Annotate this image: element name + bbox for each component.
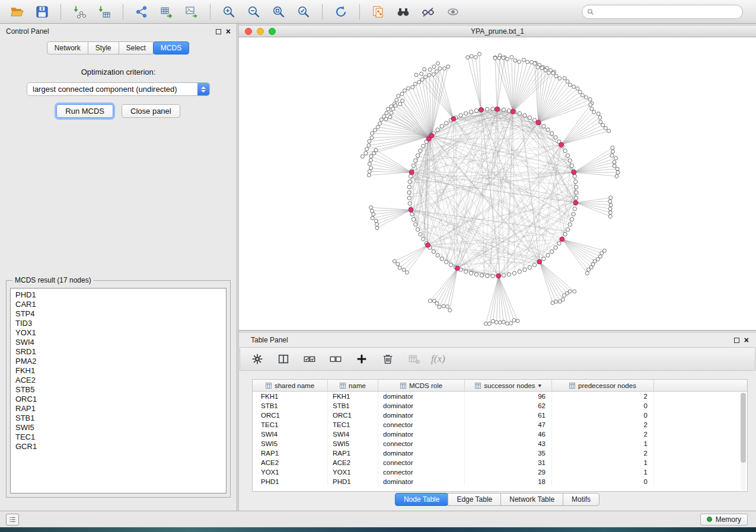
tab-style[interactable]: Style xyxy=(88,41,119,55)
result-item[interactable]: SRD1 xyxy=(11,347,226,357)
network-titlebar[interactable]: YPA_prune.txt_1 xyxy=(239,26,756,37)
clone-network-icon xyxy=(371,5,385,19)
result-item[interactable]: TEC1 xyxy=(11,432,226,442)
column-header-successor-nodes[interactable]: successor nodes▾ xyxy=(465,380,552,391)
delete-column-button[interactable] xyxy=(379,350,397,368)
export-image-button[interactable] xyxy=(180,2,203,21)
tab-edge-table[interactable]: Edge Table xyxy=(448,493,501,506)
zoom-out-button[interactable] xyxy=(243,2,265,21)
window-minimize-button[interactable] xyxy=(257,28,264,35)
delete-table-button-disabled[interactable] xyxy=(405,350,423,368)
deselect-all-button[interactable] xyxy=(327,350,344,368)
table-cell: ACE2 xyxy=(328,458,378,467)
tab-select[interactable]: Select xyxy=(119,41,154,55)
search-box[interactable] xyxy=(582,5,743,19)
table-row[interactable]: SWI5SWI5connector431 xyxy=(253,439,747,448)
close-mcds-panel-button[interactable]: Close panel xyxy=(122,104,180,118)
table-row[interactable]: YOX1YOX1connector291 xyxy=(253,467,747,477)
node-table: shared namenameMCDS rolesuccessor nodes▾… xyxy=(252,379,748,492)
table-row[interactable]: RAP1RAP1dominator352 xyxy=(253,448,747,458)
tab-motifs[interactable]: Motifs xyxy=(563,493,599,506)
memory-status-icon xyxy=(707,517,712,522)
show-graphics-button[interactable] xyxy=(442,2,464,21)
import-table-button[interactable] xyxy=(93,2,116,21)
table-row[interactable]: TEC1TEC1connector472 xyxy=(253,420,747,430)
result-item[interactable]: PMA2 xyxy=(11,357,226,366)
result-item[interactable]: GCR1 xyxy=(11,442,226,451)
column-type-icon xyxy=(340,383,346,389)
tab-network[interactable]: Network xyxy=(47,41,88,55)
close-control-panel-icon[interactable]: × xyxy=(226,27,231,36)
network-canvas[interactable] xyxy=(239,37,756,330)
zoom-fit-button[interactable] xyxy=(267,2,290,21)
memory-button[interactable]: Memory xyxy=(700,514,748,525)
table-row[interactable]: ACE2ACE2connector311 xyxy=(253,458,747,467)
result-item[interactable]: ACE2 xyxy=(11,376,226,385)
table-cell: SWI4 xyxy=(253,430,328,439)
task-history-button[interactable] xyxy=(6,514,19,525)
result-item[interactable]: YOX1 xyxy=(11,328,226,338)
table-cell: ORC1 xyxy=(328,411,378,420)
result-item[interactable]: STB1 xyxy=(11,414,226,423)
close-table-panel-icon[interactable]: × xyxy=(744,336,749,344)
save-session-button[interactable] xyxy=(31,2,53,21)
column-label: successor nodes xyxy=(484,382,535,389)
result-item[interactable]: CAR1 xyxy=(11,300,226,309)
result-item[interactable]: PHD1 xyxy=(11,290,226,300)
unchecked-boxes-icon xyxy=(329,352,342,366)
column-header-shared-name[interactable]: shared name xyxy=(253,380,328,391)
window-zoom-button[interactable] xyxy=(269,28,276,35)
open-session-button[interactable] xyxy=(6,2,28,21)
table-cell: 2 xyxy=(552,448,654,458)
zoom-selected-button[interactable] xyxy=(292,2,315,21)
result-item[interactable]: FKH1 xyxy=(11,366,226,376)
table-row[interactable]: ORC1ORC1dominator610 xyxy=(253,411,747,420)
hide-details-button[interactable] xyxy=(417,2,439,21)
result-item[interactable]: SWI4 xyxy=(11,338,226,347)
show-columns-button[interactable] xyxy=(275,350,292,368)
network-graph[interactable] xyxy=(239,37,756,330)
float-table-panel-icon[interactable] xyxy=(734,338,739,343)
add-column-button[interactable] xyxy=(353,350,371,368)
export-image-icon xyxy=(184,5,199,19)
table-row[interactable]: STB1STB1dominator620 xyxy=(253,401,747,411)
table-toolbar: f(x) xyxy=(240,347,755,371)
table-cell xyxy=(654,439,747,448)
criterion-dropdown[interactable]: largest connected component (undirected) xyxy=(27,82,210,96)
table-row[interactable]: SWI4SWI4dominator462 xyxy=(253,430,747,439)
table-row[interactable]: FKH1FKH1dominator962 xyxy=(253,392,747,401)
find-network-button[interactable] xyxy=(392,2,414,21)
tab-network-table[interactable]: Network Table xyxy=(500,493,563,506)
result-item[interactable]: ORC1 xyxy=(11,395,226,404)
column-header-name[interactable]: name xyxy=(328,380,378,391)
table-settings-button[interactable] xyxy=(248,350,266,368)
refresh-button[interactable] xyxy=(330,2,352,21)
result-item[interactable]: TID3 xyxy=(11,319,226,328)
window-close-button[interactable] xyxy=(245,28,252,35)
result-item[interactable]: RAP1 xyxy=(11,404,226,414)
export-network-button[interactable] xyxy=(130,2,153,21)
search-input[interactable] xyxy=(597,8,738,16)
mcds-result-list[interactable]: PHD1CAR1STP4TID3YOX1SWI4SRD1PMA2FKH1ACE2… xyxy=(10,288,227,493)
tab-mcds[interactable]: MCDS xyxy=(153,41,189,55)
function-builder-button[interactable]: f(x) xyxy=(431,353,445,365)
column-header-MCDS-role[interactable]: MCDS role xyxy=(378,380,465,391)
result-item[interactable]: STP4 xyxy=(11,309,226,319)
table-cell: SWI5 xyxy=(253,439,328,448)
select-all-button[interactable] xyxy=(301,350,318,368)
column-header-predecessor-nodes[interactable]: predecessor nodes xyxy=(552,380,654,391)
import-network-button[interactable] xyxy=(68,2,91,21)
table-cell: connector xyxy=(378,467,465,477)
clone-network-button[interactable] xyxy=(367,2,390,21)
run-mcds-button[interactable]: Run MCDS xyxy=(56,104,113,118)
table-cell: 2 xyxy=(552,392,654,401)
export-table-button[interactable] xyxy=(155,2,178,21)
result-item[interactable]: SWI5 xyxy=(11,423,226,432)
float-control-panel-icon[interactable] xyxy=(216,29,221,34)
result-item[interactable]: STB5 xyxy=(11,385,226,395)
table-scrollbar-thumb[interactable] xyxy=(741,393,746,463)
tab-node-table[interactable]: Node Table xyxy=(395,493,449,506)
table-row[interactable]: PHD1PHD1dominator180 xyxy=(253,477,747,486)
zoom-in-button[interactable] xyxy=(218,2,240,21)
table-scrollbar[interactable] xyxy=(741,393,746,490)
